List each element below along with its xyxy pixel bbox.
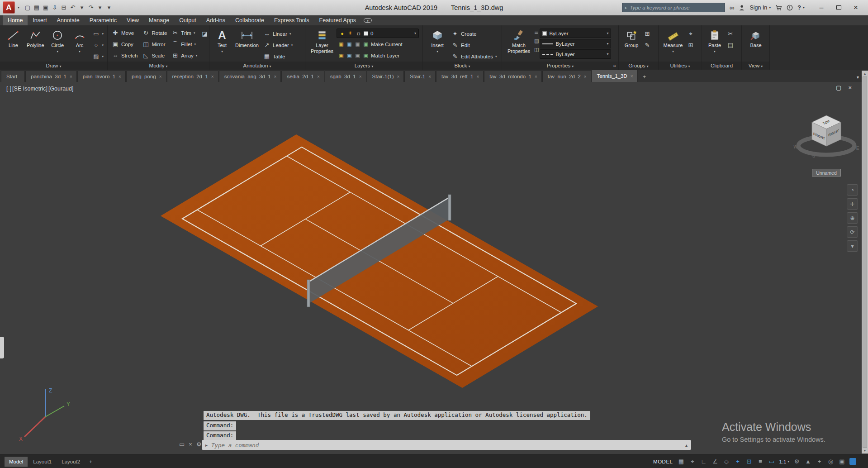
layout-tab[interactable]: Layout2	[57, 457, 85, 467]
app-store-cart-icon[interactable]	[775, 5, 782, 11]
nav-pan-icon[interactable]: ✛	[847, 198, 858, 210]
properties-grid-icon[interactable]: ▤	[534, 38, 539, 44]
measure-button[interactable]: Measure ▾	[661, 27, 685, 62]
drawing-restore-icon[interactable]: ▢	[836, 84, 841, 91]
tab-close-icon[interactable]: ×	[397, 74, 399, 79]
visual-style-control[interactable]: [Gouraud]	[48, 86, 74, 92]
file-tab[interactable]: ping_pong ×	[126, 71, 166, 82]
workspace-gear-icon[interactable]: ⚙	[793, 458, 801, 465]
ribbon-tab[interactable]: Featured Apps	[314, 15, 361, 25]
close-button[interactable]: ×	[847, 1, 864, 14]
tennis-court-model[interactable]	[161, 134, 598, 388]
tab-close-icon[interactable]: ×	[119, 74, 121, 79]
tab-close-icon[interactable]: ×	[317, 74, 320, 79]
scrollbar-thumb[interactable]	[863, 76, 867, 448]
new-file-icon[interactable]: ▢	[23, 4, 32, 11]
nav-wheel-icon[interactable]: ◔	[847, 184, 858, 196]
open-file-icon[interactable]: ▤	[32, 4, 41, 11]
tab-close-icon[interactable]: ×	[631, 74, 633, 79]
file-tab[interactable]: Tennis_1_3D ×	[592, 70, 638, 82]
viewport-minimize-control[interactable]: [-]	[6, 86, 11, 92]
group-button[interactable]: Group	[621, 27, 642, 62]
copy-button[interactable]: ▣Copy	[110, 39, 139, 49]
text-button[interactable]: A Text ▾	[212, 27, 232, 62]
lineweight-dropdown[interactable]: ByLayer ▾	[540, 39, 611, 48]
ungroup-button[interactable]: ⊞	[642, 29, 653, 39]
app-menu-caret-icon[interactable]: ▾	[18, 5, 19, 10]
paste-button[interactable]: Paste ▾	[704, 27, 725, 62]
compass-east-label[interactable]: E	[856, 146, 859, 151]
nav-zoom-icon[interactable]: ⊕	[847, 212, 858, 224]
isolate-objects-icon[interactable]: ◎	[827, 458, 835, 465]
new-tab-button[interactable]: +	[640, 73, 650, 82]
snap-icon[interactable]: ⌖	[688, 458, 696, 465]
layer-on-bulb-icon[interactable]: ●	[339, 31, 345, 36]
object-color-dropdown[interactable]: ByLayer ▾	[540, 29, 611, 38]
stretch-button[interactable]: ⇔Stretch	[110, 50, 139, 61]
undo-icon[interactable]: ↶	[68, 4, 77, 11]
ribbon-tab[interactable]: Express Tools	[269, 15, 314, 25]
person-icon[interactable]	[739, 5, 745, 11]
transparency-icon[interactable]: ◫	[534, 47, 539, 53]
grid-icon[interactable]: ▦	[677, 458, 685, 465]
customize-wrench-icon[interactable]: ⚙	[196, 441, 202, 448]
edit-attributes-button[interactable]: ✎Edit Attributes▾	[450, 51, 498, 62]
ribbon-tab[interactable]: Output	[174, 15, 201, 25]
command-history-up-icon[interactable]: ▴	[685, 443, 688, 448]
tab-close-icon[interactable]: ×	[584, 74, 587, 79]
ribbon-tab[interactable]: Home	[3, 15, 28, 25]
tab-close-icon[interactable]: ×	[274, 74, 277, 79]
compass-south-label[interactable]: S	[812, 153, 816, 158]
properties-panel-caption[interactable]: Properties▾ »	[502, 62, 618, 70]
alert-icon[interactable]	[787, 5, 793, 11]
isodraft-icon[interactable]: ◇	[722, 458, 730, 465]
add-scales-icon[interactable]: +	[816, 458, 823, 465]
polar-tracking-icon[interactable]: ∠	[711, 458, 719, 465]
file-tab[interactable]: reception_2d_1 ×	[167, 71, 218, 82]
osnap-tracking-icon[interactable]: +	[734, 458, 741, 465]
viewport-name-badge[interactable]: Unnamed	[812, 169, 841, 177]
layer-freeze-sun-icon[interactable]: ☀	[347, 30, 353, 36]
arc-button[interactable]: Arc ▾	[69, 27, 91, 62]
save-as-icon[interactable]: ⇩	[50, 4, 59, 11]
line-button[interactable]: Line	[2, 27, 24, 62]
match-layer-button[interactable]: ▣▣▣▣ Match Layer	[337, 50, 419, 61]
qat-more-icon[interactable]: ▾	[104, 4, 114, 11]
tab-close-icon[interactable]: ×	[159, 74, 162, 79]
cut-button[interactable]: ✂	[725, 29, 736, 39]
plot-icon[interactable]: ⊟	[59, 4, 68, 11]
modify-panel-caption[interactable]: Modify▾	[108, 62, 209, 70]
layer-color-swatch[interactable]	[364, 31, 368, 36]
model-space-label[interactable]: MODEL	[653, 459, 673, 464]
match-properties-button[interactable]: Match Properties	[504, 27, 533, 62]
tab-overflow-icon[interactable]: ▾	[857, 75, 859, 80]
search-input[interactable]	[630, 5, 721, 10]
help-button[interactable]: ? ▾	[797, 5, 805, 11]
file-tab[interactable]: sgab_3d_1 ×	[325, 71, 366, 82]
new-layout-button[interactable]: +	[85, 459, 96, 464]
nav-orbit-icon[interactable]: ⟳	[847, 226, 858, 238]
view-control[interactable]: [SE Isometric]	[12, 86, 47, 92]
save-icon[interactable]: ▣	[41, 4, 50, 11]
file-tab[interactable]: tav_3d_rotondo_1 ×	[484, 71, 542, 82]
drawing-canvas[interactable]	[0, 82, 868, 454]
command-input-bar[interactable]: ▸ ▴	[202, 440, 691, 450]
layer-properties-button[interactable]: Layer Properties	[308, 27, 337, 62]
layout-tab[interactable]: Layout1	[28, 457, 56, 467]
edit-block-button[interactable]: ✎Edit	[450, 40, 498, 50]
graphics-performance-icon[interactable]: ▣	[838, 458, 846, 465]
fillet-button[interactable]: ⌒Fillet▾	[170, 39, 199, 49]
vertical-scrollbar[interactable]: ▴ ▾	[862, 71, 868, 454]
arc-caret-icon[interactable]: ▾	[79, 49, 81, 55]
binoculars-icon[interactable]: ∞	[730, 4, 735, 11]
view-panel-caption[interactable]: View▾	[742, 62, 769, 70]
drawing-close-icon[interactable]: ×	[848, 84, 852, 91]
circle-caret-icon[interactable]: ▾	[57, 49, 58, 55]
erase-button[interactable]: ◪	[199, 29, 210, 39]
tab-close-icon[interactable]: ×	[428, 74, 431, 79]
search-caret-icon[interactable]: ▸	[625, 5, 627, 10]
nav-more-icon[interactable]: ▾	[847, 240, 858, 252]
quick-calc-button[interactable]: ⊞	[685, 40, 696, 50]
linetype-dropdown[interactable]: ByLayer ▾	[540, 49, 611, 59]
scale-button[interactable]: ◺Scale	[140, 50, 169, 61]
